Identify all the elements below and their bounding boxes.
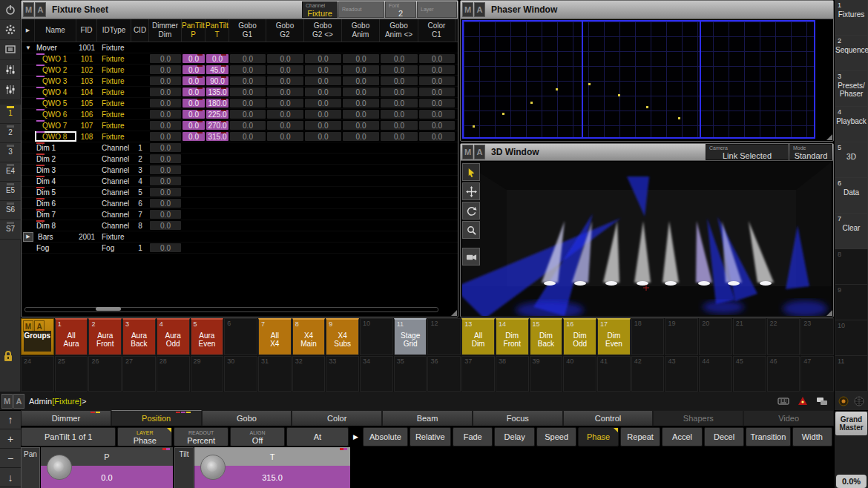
group-button-40[interactable]: 40 [563,356,596,392]
cell-tilt[interactable] [206,209,229,220]
cell-cid[interactable]: 1 [131,142,149,153]
encoder-knob[interactable] [200,455,226,480]
screen-view-button-E4[interactable]: E4 [0,162,21,182]
cell-gobo[interactable] [380,154,418,164]
cell-cid[interactable]: 1 [131,243,149,253]
cell-gobo[interactable] [266,243,304,253]
cell-gobo[interactable]: 0.0 [305,88,341,96]
tab-beam[interactable]: Beam [382,410,473,426]
power-button[interactable] [0,0,21,20]
grand-master-button[interactable]: GrandMaster [835,412,867,435]
cell-name[interactable]: Fog [35,243,76,253]
cell-gobo[interactable] [342,220,380,231]
cell-gobo[interactable]: 0.0 [381,132,418,141]
cell-gobo[interactable]: 0.0 [419,110,455,119]
group-button-4[interactable]: 4AuraOdd [157,318,190,355]
cell-gobo[interactable]: 0.0 [343,54,379,63]
group-button-12[interactable]: 12 [427,318,461,355]
cell-gobo[interactable]: 0.0 [267,54,303,63]
cell-fid[interactable]: 104 [76,87,97,97]
cell-fid[interactable] [76,198,97,208]
cell-name[interactable]: Dim 8 [35,220,76,231]
cell-idtype[interactable]: Fixture [97,53,131,64]
keyboard-button[interactable] [776,395,791,407]
settings-button[interactable] [0,20,21,40]
cell-gobo[interactable] [342,176,380,186]
cell-gobo[interactable]: 0.0 [381,76,418,85]
cell-dimmer[interactable]: 0.0 [150,199,181,208]
cell-gobo[interactable] [342,198,380,208]
cell-gobo[interactable] [380,209,418,220]
cell-cid[interactable]: 5 [131,187,149,197]
cell-fid[interactable]: 105 [76,98,97,108]
cell-gobo[interactable]: 0.0 [419,65,455,74]
table-row[interactable]: QWO 6106Fixture0.00.0225.00.00.00.00.00.… [22,109,458,120]
cell-idtype[interactable]: Channel [97,187,131,197]
cell-gobo[interactable] [380,231,418,242]
cell-tilt[interactable]: 225.0 [206,110,228,119]
scrollbar-thumb[interactable] [96,307,121,311]
group-button-18[interactable]: 18 [631,318,665,355]
cell-cid[interactable]: 7 [131,209,149,220]
encoder-t[interactable]: T315.0 [194,447,350,488]
cell-cid[interactable]: 8 [131,220,149,231]
table-row[interactable]: QWO 2102Fixture0.00.045.00.00.00.00.00.0… [22,65,458,76]
screen-view-button-S6[interactable]: S6 [0,201,21,220]
cell-idtype[interactable]: Fixture [97,120,131,131]
tool-phase[interactable]: Phase [578,427,618,446]
cell-gobo[interactable] [266,220,304,231]
group-button-46[interactable]: 46 [767,356,800,392]
tool-percent[interactable]: READOUTPercent [174,427,228,446]
cell-gobo[interactable]: 0.0 [267,132,303,141]
backlight-button[interactable] [837,395,850,408]
cell-gobo[interactable]: 0.0 [381,88,418,96]
group-button-21[interactable]: 21 [733,318,766,355]
cell-gobo[interactable] [229,198,266,208]
tool-width[interactable]: Width [792,427,832,446]
group-button-11[interactable]: 11StageGrid [394,318,427,355]
view-button-9[interactable]: 9 [835,285,868,320]
cell-gobo[interactable]: 0.0 [267,65,303,74]
cell-dimmer[interactable]: 0.0 [150,54,181,63]
tab-position[interactable]: Position [111,410,202,426]
cell-gobo[interactable]: 0.0 [230,132,266,141]
group-button-6[interactable]: 6 [224,318,257,355]
cell-gobo[interactable]: 0.0 [267,99,303,108]
cell-gobo[interactable] [304,243,342,253]
cell-name[interactable]: QWO 1 [35,53,76,64]
cell-pan[interactable] [182,165,206,175]
view-button-4[interactable]: 4Playback [835,107,868,142]
cell-gobo[interactable]: 0.0 [381,65,418,74]
cell-gobo[interactable] [304,231,342,242]
column-header-gobo[interactable]: GoboG2 <> [304,19,342,42]
faders-button[interactable] [0,60,21,80]
cell-gobo[interactable]: 0.0 [343,99,379,108]
cell-gobo[interactable] [380,198,418,208]
group-button-5[interactable]: 5AuraEven [191,318,224,355]
column-header-gobo[interactable]: GoboG2 [266,19,304,42]
group-button-45[interactable]: 45 [733,356,766,392]
cell-gobo[interactable]: 0.0 [230,76,266,85]
cell-gobo[interactable]: 0.0 [419,54,455,63]
tool-speed[interactable]: Speed [536,427,576,446]
column-header-dimmer[interactable]: DimmerDim [149,19,182,42]
view-button-5[interactable]: 53D [835,142,868,178]
group-button-28[interactable]: 28 [157,356,190,392]
screen-view-button-1[interactable]: 1 [0,105,21,124]
cell-gobo[interactable] [266,165,304,175]
group-button-41[interactable]: 41 [597,356,631,392]
cell-gobo[interactable] [304,176,342,186]
cell-name[interactable]: Dim 6 [35,198,76,208]
threed-viewport[interactable] [462,162,832,316]
fixture-sheet-titlebar[interactable]: MA Fixture Sheet ChannelFixtureReadoutFo… [22,1,458,19]
group-button-27[interactable]: 27 [122,356,156,392]
select-arrow-tool-button[interactable] [462,163,480,181]
cell-gobo[interactable] [266,231,304,242]
screen-view-button-3[interactable]: 3 [0,143,21,162]
view-button-2[interactable]: 2Sequence [835,36,868,71]
cell-gobo[interactable]: 0.0 [230,121,266,130]
cell-tilt[interactable]: 90.0 [206,76,228,85]
table-row[interactable]: QWO 3103Fixture0.00.090.00.00.00.00.00.0… [22,76,458,87]
cell-gobo[interactable] [342,42,380,53]
cell-fid[interactable] [76,209,97,220]
